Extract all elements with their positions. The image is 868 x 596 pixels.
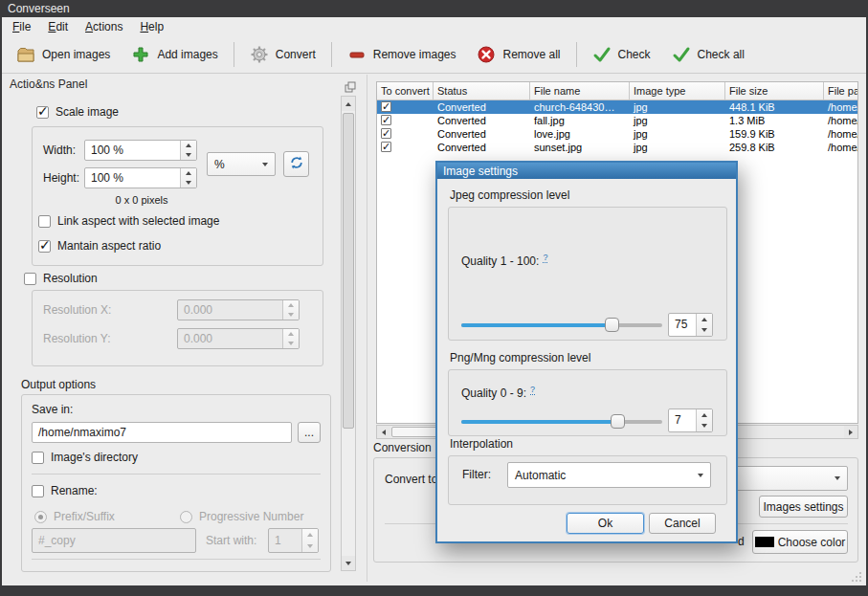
- table-header: To convert Status File name Image type F…: [377, 82, 858, 100]
- unit-combobox[interactable]: %: [207, 152, 276, 176]
- remove-all-button[interactable]: Remove all: [466, 39, 570, 70]
- help-icon[interactable]: ?: [543, 253, 547, 263]
- cell-file-size: 159.9 KiB: [725, 127, 824, 141]
- link-aspect-label: Link aspect with selected image: [57, 214, 219, 228]
- scrollbar-thumb[interactable]: [343, 113, 354, 429]
- ok-button[interactable]: Ok: [567, 513, 644, 534]
- start-with-spin-buttons[interactable]: [301, 529, 318, 552]
- resolution-y-label: Resolution Y:: [43, 332, 111, 345]
- scroll-right-button[interactable]: [844, 426, 857, 438]
- column-header-file-path[interactable]: File path: [824, 82, 858, 99]
- prefix-suffix-radio[interactable]: Prefix/Suffix: [34, 510, 115, 523]
- table-row[interactable]: Converted love.jpg jpg 159.9 KiB /home/: [377, 127, 858, 141]
- rename-pattern-input[interactable]: #_copy: [32, 528, 196, 553]
- remove-images-label: Remove images: [373, 48, 456, 61]
- scroll-down-button[interactable]: [342, 556, 355, 570]
- checkbox-box: [32, 485, 44, 497]
- convert-button[interactable]: Convert: [239, 39, 326, 70]
- height-input[interactable]: 100 %: [84, 167, 197, 188]
- add-images-button[interactable]: Add images: [121, 39, 228, 70]
- filter-combobox[interactable]: Automatic: [507, 462, 711, 488]
- toolbar-separator: [234, 42, 234, 67]
- link-aspect-checkbox[interactable]: Link aspect with selected image: [38, 214, 219, 228]
- images-directory-label: Image's directory: [51, 451, 138, 464]
- background-label-fragment: d: [738, 535, 745, 548]
- width-spin-buttons[interactable]: [180, 141, 196, 160]
- start-with-label: Start with:: [206, 534, 256, 547]
- scroll-up-button[interactable]: [342, 97, 355, 111]
- png-spin-buttons[interactable]: [696, 409, 712, 431]
- scale-image-checkbox[interactable]: Scale image: [36, 105, 119, 119]
- checkbox-box: [24, 273, 36, 285]
- row-checkbox[interactable]: [381, 128, 391, 139]
- check-all-button[interactable]: Check all: [661, 39, 755, 70]
- jpeg-slider-handle[interactable]: [605, 318, 619, 332]
- progressive-number-radio[interactable]: Progressive Number: [180, 510, 303, 523]
- resolution-x-spin-buttons[interactable]: [282, 300, 299, 320]
- maintain-aspect-checkbox[interactable]: Mantain aspect ratio: [38, 239, 161, 253]
- dialog-title: Image settings: [443, 165, 518, 178]
- row-checkbox[interactable]: [381, 142, 391, 152]
- help-icon[interactable]: ?: [530, 385, 535, 395]
- height-spin-buttons[interactable]: [180, 168, 196, 188]
- check-icon: [592, 45, 612, 64]
- menu-file[interactable]: File: [4, 18, 39, 35]
- resolution-x-label: Resolution X:: [43, 303, 111, 317]
- cell-status: Converted: [434, 114, 530, 127]
- jpeg-quality-input[interactable]: 75: [668, 313, 713, 337]
- table-row[interactable]: Converted fall.jpg jpg 1.3 MiB /home/: [377, 114, 858, 127]
- column-header-file-name[interactable]: File name: [530, 82, 630, 99]
- images-directory-checkbox[interactable]: Image's directory: [32, 451, 138, 464]
- cell-status: Converted: [434, 127, 530, 141]
- prefix-suffix-label: Prefix/Suffix: [54, 510, 115, 523]
- choose-color-button[interactable]: Choose color: [752, 530, 848, 554]
- column-header-status[interactable]: Status: [434, 82, 530, 99]
- png-slider-handle[interactable]: [611, 414, 625, 429]
- dialog-titlebar[interactable]: Image settings: [437, 163, 736, 179]
- chevron-down-icon: [256, 163, 275, 166]
- menu-help[interactable]: Help: [131, 18, 172, 35]
- menu-actions[interactable]: Actions: [77, 18, 131, 35]
- resolution-y-spin-buttons[interactable]: [282, 329, 299, 348]
- checkbox-box: [36, 106, 49, 119]
- open-images-button[interactable]: Open images: [6, 39, 121, 70]
- browse-button[interactable]: ...: [298, 422, 321, 443]
- menu-edit[interactable]: Edit: [39, 18, 77, 35]
- images-settings-button[interactable]: Images settings: [759, 496, 848, 518]
- panel-vertical-scrollbar[interactable]: [341, 96, 356, 571]
- png-section-label: Png/Mng compression level: [450, 351, 590, 364]
- width-input[interactable]: 100 %: [84, 140, 197, 161]
- dock-float-icon[interactable]: [345, 79, 356, 97]
- save-in-input[interactable]: /home/nmaximo7: [32, 422, 292, 443]
- refresh-dimensions-button[interactable]: [283, 151, 309, 177]
- check-button[interactable]: Check: [582, 39, 661, 70]
- cancel-button[interactable]: Cancel: [649, 513, 716, 534]
- window-titlebar[interactable]: Converseen: [0, 0, 868, 17]
- resolution-label: Resolution: [43, 272, 98, 285]
- table-row[interactable]: Converted church-648430… jpg 448.1 KiB /…: [377, 100, 858, 114]
- scroll-left-button[interactable]: [377, 426, 390, 438]
- chevron-down-icon: [828, 476, 847, 480]
- resolution-y-input[interactable]: 0.000: [177, 328, 300, 349]
- column-header-to-convert[interactable]: To convert: [377, 82, 434, 99]
- row-checkbox[interactable]: [381, 101, 391, 112]
- chevron-down-icon: [691, 474, 710, 477]
- rename-checkbox[interactable]: Rename:: [32, 484, 98, 497]
- cell-image-type: jpg: [630, 127, 725, 141]
- remove-images-button[interactable]: Remove images: [337, 39, 467, 70]
- column-header-file-size[interactable]: File size: [725, 82, 824, 99]
- resolution-x-input[interactable]: 0.000: [177, 299, 300, 320]
- jpeg-spin-buttons[interactable]: [696, 314, 712, 336]
- resolution-checkbox[interactable]: Resolution: [24, 272, 98, 285]
- resize-grip[interactable]: [850, 570, 863, 587]
- divider: [32, 474, 321, 475]
- row-checkbox[interactable]: [381, 115, 391, 125]
- arrow-down-icon: [345, 562, 351, 565]
- column-header-image-type[interactable]: Image type: [630, 82, 725, 99]
- remove-all-label: Remove all: [502, 48, 560, 61]
- png-quality-input[interactable]: 7: [668, 408, 713, 432]
- gear-icon: [250, 45, 269, 64]
- start-with-input[interactable]: 1: [268, 528, 319, 553]
- cell-file-path: /home/: [824, 127, 858, 141]
- table-row[interactable]: Converted sunset.jpg jpg 259.8 KiB /home…: [377, 141, 858, 154]
